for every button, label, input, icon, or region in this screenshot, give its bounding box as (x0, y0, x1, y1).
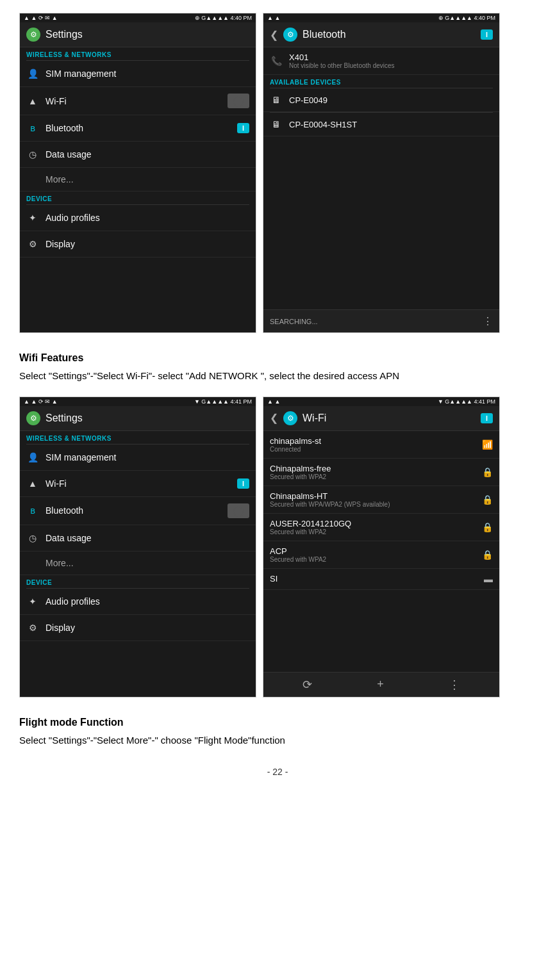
back-arrow-icon[interactable]: ❮ (270, 29, 278, 41)
display-icon: ⚙ (26, 238, 39, 250)
status-bar-2: ▲ ▲ ⊕ G▲▲▲▲ 4:40 PM (263, 13, 499, 22)
my-device: 📞 X401 Not visible to other Bluetooth de… (263, 47, 499, 75)
network-si[interactable]: SI ▬ (263, 569, 499, 590)
wifi-main-toggle[interactable]: I (481, 413, 493, 423)
status-left-3: ▲ ▲ ⟳ ✉ ▲ (24, 398, 58, 405)
display-label: Display (46, 239, 249, 249)
si-info: SI (270, 574, 278, 584)
bluetooth-header: ❮ ⚙ Bluetooth I (263, 22, 499, 47)
data-usage-item-2[interactable]: ◷ Data usage (20, 525, 256, 551)
wifi-icon-2: ▲ (26, 477, 39, 490)
bluetooth-title: Bluetooth (302, 29, 476, 40)
more-item-2[interactable]: More... (20, 551, 256, 575)
available-devices-label: AVAILABLE DEVICES (263, 75, 499, 88)
acp-name: ACP (270, 546, 326, 556)
network-acp[interactable]: ACP Secured with WPA2 🔒 (263, 541, 499, 569)
wifi-icon: ▲ (26, 95, 39, 108)
chinapalms-free-info: Chinapalms-free Secured with WPA2 (270, 464, 331, 480)
chinapalms-free-name: Chinapalms-free (270, 464, 331, 473)
top-screenshots-row: ▲ ▲ ⟳ ✉ ▲ ⊕ G▲▲▲▲ 4:40 PM ⚙ Settings WIR… (19, 13, 536, 333)
audio-profiles-item[interactable]: ✦ Audio profiles (20, 205, 256, 231)
data-usage-label: Data usage (46, 149, 249, 159)
sim-icon-2: 👤 (26, 451, 39, 464)
sim-item-2[interactable]: 👤 SIM management (20, 445, 256, 471)
bt-toggle[interactable]: I (481, 29, 493, 40)
data-usage-item[interactable]: ◷ Data usage (20, 142, 256, 168)
cp-e0049-name: CP-E0049 (289, 95, 327, 105)
gear-icon: ⚙ (26, 28, 40, 42)
network-chinapalms-ht[interactable]: Chinapalms-HT Secured with WPA/WPA2 (WPS… (263, 486, 499, 514)
wifi-toggle[interactable]: ◯ (228, 94, 249, 108)
wifi-gear-icon: ⚙ (283, 411, 297, 425)
back-arrow-icon-2[interactable]: ❮ (270, 412, 278, 424)
network-chinapalms-free[interactable]: Chinapalms-free Secured with WPA2 🔒 (263, 459, 499, 486)
cp-e0004-name: CP-E0004-SH1ST (289, 120, 357, 129)
wifi-refresh-icon[interactable]: ⟳ (302, 678, 312, 692)
wifi-toggle-2[interactable]: I (237, 478, 249, 489)
wifi-signal-icon-4: 🔒 (482, 522, 493, 532)
audio-label-2: Audio profiles (46, 596, 249, 607)
network-chinapalms-st[interactable]: chinapalms-st Connected 📶 (263, 431, 499, 459)
network-auser[interactable]: AUSER-20141210GQ Secured with WPA2 🔒 (263, 514, 499, 541)
si-name: SI (270, 574, 278, 584)
wifi-screen: ▲ ▲ ▼ G▲▲▲▲ 4:41 PM ❮ ⚙ Wi-Fi I chinapal… (263, 396, 500, 698)
more-item[interactable]: More... (20, 168, 256, 192)
bt-gear-icon: ⚙ (283, 28, 297, 42)
searching-bar: SEARCHING... ⋮ (263, 309, 499, 332)
phone-icon: 📞 (270, 54, 283, 67)
searching-text: SEARCHING... (270, 318, 318, 325)
bluetooth-label-2: Bluetooth (46, 505, 221, 516)
device-section-label: DEVICE (20, 192, 256, 204)
display-item-2[interactable]: ⚙ Display (20, 615, 256, 641)
device-sub: Not visible to other Bluetooth devices (289, 62, 395, 69)
status-left-4: ▲ ▲ (267, 398, 280, 405)
bt-device-2[interactable]: 🖥 CP-E0004-SH1ST (263, 113, 499, 136)
status-right-1: ⊕ G▲▲▲▲ 4:40 PM (195, 15, 252, 21)
auser-info: AUSER-20141210GQ Secured with WPA2 (270, 519, 351, 535)
display-icon-2: ⚙ (26, 621, 39, 634)
wifi-signal-icon-1: 📶 (482, 439, 493, 450)
sim-icon: 👤 (26, 67, 39, 80)
wifi-more-icon[interactable]: ⋮ (449, 678, 460, 692)
three-dots-icon[interactable]: ⋮ (483, 315, 493, 327)
device-label-2: DEVICE (20, 575, 256, 588)
wireless-section-label: WIRELESS & NETWORKS (20, 47, 256, 60)
wifi-label: Wi-Fi (46, 96, 221, 106)
bt-device-1[interactable]: 🖥 CP-E0049 (263, 88, 499, 112)
sim-label: SIM management (46, 69, 249, 79)
wifi-label-2: Wi-Fi (46, 478, 231, 489)
wifi-bottom-bar: ⟳ + ⋮ (263, 672, 499, 697)
bluetooth-screen: ▲ ▲ ⊕ G▲▲▲▲ 4:40 PM ❮ ⚙ Bluetooth I 📞 X4… (263, 13, 500, 333)
wifi-item[interactable]: ▲ Wi-Fi ◯ (20, 87, 256, 115)
acp-info: ACP Secured with WPA2 (270, 546, 326, 563)
device-name: X401 (289, 53, 395, 62)
sim-management-item[interactable]: 👤 SIM management (20, 61, 256, 87)
wifi-item-2[interactable]: ▲ Wi-Fi I (20, 471, 256, 497)
sim-label-2: SIM management (46, 452, 249, 462)
audio-item-2[interactable]: ✦ Audio profiles (20, 589, 256, 615)
chinapalms-free-sub: Secured with WPA2 (270, 473, 331, 480)
laptop-icon-1: 🖥 (270, 94, 283, 106)
data-usage-icon: ◷ (26, 148, 39, 161)
wifi-add-icon[interactable]: + (377, 678, 384, 691)
status-right-3: ▼ G▲▲▲▲ 4:41 PM (194, 398, 252, 405)
status-left-1: ▲ ▲ ⟳ ✉ ▲ (24, 15, 58, 21)
settings-title: Settings (46, 29, 249, 40)
bluetooth-label: Bluetooth (46, 123, 231, 133)
chinapalms-ht-name: Chinapalms-HT (270, 491, 390, 501)
display-item[interactable]: ⚙ Display (20, 231, 256, 257)
status-right-2: ⊕ G▲▲▲▲ 4:40 PM (438, 15, 495, 21)
laptop-icon-2: 🖥 (270, 118, 283, 131)
status-bar-1: ▲ ▲ ⟳ ✉ ▲ ⊕ G▲▲▲▲ 4:40 PM (20, 13, 256, 22)
acp-sub: Secured with WPA2 (270, 556, 326, 563)
bluetooth-item-2[interactable]: ʙ Bluetooth ◯ (20, 497, 256, 525)
more-label-2: More... (46, 558, 74, 568)
bluetooth-item[interactable]: ʙ Bluetooth I (20, 115, 256, 142)
settings-header-2: ⚙ Settings (20, 406, 256, 431)
page-content: ▲ ▲ ⟳ ✉ ▲ ⊕ G▲▲▲▲ 4:40 PM ⚙ Settings WIR… (0, 0, 555, 790)
bluetooth-toggle-2[interactable]: ◯ (228, 503, 249, 518)
bluetooth-toggle[interactable]: I (237, 123, 249, 133)
settings-header: ⚙ Settings (20, 22, 256, 47)
flight-mode-heading: Flight mode Function (19, 717, 536, 728)
display-label-2: Display (46, 623, 249, 633)
